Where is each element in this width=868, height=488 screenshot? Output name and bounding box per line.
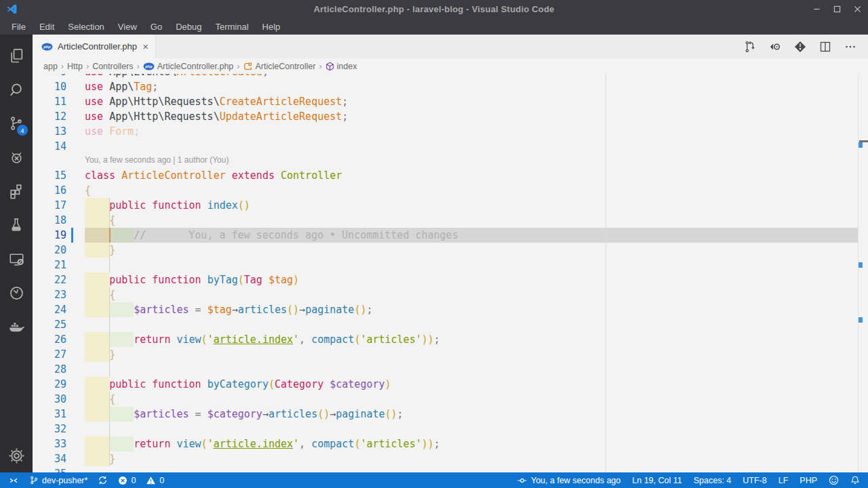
code-line-23[interactable]: 23 { [33,287,868,302]
line-content[interactable]: //You, a few seconds ago • Uncommitted c… [85,228,859,243]
line-content[interactable]: } [85,243,859,258]
line-content[interactable]: $articles = $tag→articles()→paginate(); [85,302,859,317]
codelens-label[interactable]: You, a few seconds ago | 1 author (You) [85,152,229,167]
line-content[interactable]: public function byCategory(Category $cat… [85,377,859,392]
code-line-9[interactable]: 9use App\Events\ArticleCreated; [33,74,868,79]
code-line-16[interactable]: 16{ [33,183,868,198]
code-line-32[interactable]: 32 [33,422,868,436]
menu-item-edit[interactable]: Edit [33,22,61,32]
remote-indicator[interactable] [8,476,19,485]
code-line-29[interactable]: 29 public function byCategory(Category $… [33,377,868,392]
breadcrumb-item-articlecontroller-php[interactable]: phpArticleController.php [143,62,234,71]
eol-status[interactable]: LF [778,476,789,485]
line-content[interactable] [85,139,859,154]
line-content[interactable]: { [85,213,859,228]
code-line-10[interactable]: 10use App\Tag; [33,79,868,94]
line-number[interactable]: 29 [33,377,85,392]
code-line-24[interactable]: 24 $articles = $tag→articles()→paginate(… [33,302,868,317]
code-line-27[interactable]: 27 } [33,347,868,362]
breadcrumb-item-app[interactable]: app [43,62,58,71]
line-number[interactable]: 33 [33,436,85,451]
explorer-activity-button[interactable] [0,39,33,73]
language-mode[interactable]: PHP [800,476,817,485]
line-number[interactable]: 18 [33,213,85,228]
feedback-smiley[interactable] [829,475,839,485]
line-content[interactable]: use App\Http\Requests\CreateArticleReque… [85,94,859,109]
notifications-bell[interactable] [850,475,860,485]
line-content[interactable]: { [85,392,859,407]
source-control-activity-button[interactable]: 4 [0,106,33,140]
line-content[interactable] [85,422,859,436]
test-flask-activity-button[interactable] [0,208,33,242]
minimize-button[interactable] [813,5,821,13]
problems-warnings[interactable]: 0 [146,476,164,485]
line-content[interactable]: use App\Http\Requests\UpdateArticleReque… [85,109,859,124]
code-line-20[interactable]: 20 } [33,243,868,258]
code-line-11[interactable]: 11use App\Http\Requests\CreateArticleReq… [33,94,868,109]
code-line-13[interactable]: 13use Form; [33,124,868,139]
code-line-31[interactable]: 31 $articles = $category→articles()→pagi… [33,407,868,422]
line-content[interactable]: return view('article.index', compact('ar… [85,436,859,451]
compare-changes-icon[interactable] [743,40,757,54]
tab-articlecontroller[interactable]: php ArticleController.php × [33,35,156,58]
maximize-button[interactable] [833,5,841,13]
search-activity-button[interactable] [0,73,33,106]
line-content[interactable]: use Form; [85,124,859,139]
line-number[interactable]: 16 [33,183,85,198]
line-number[interactable]: 35 [33,466,85,472]
line-number[interactable]: 19 [33,228,85,243]
breadcrumb-item-controllers[interactable]: Controllers [92,62,133,71]
menu-item-help[interactable]: Help [256,22,288,32]
docker-activity-button[interactable] [0,310,33,344]
extensions-activity-button[interactable] [0,174,33,208]
code-line-21[interactable]: 21 [33,258,868,272]
menu-item-selection[interactable]: Selection [61,22,111,32]
line-number[interactable]: 27 [33,347,85,362]
line-content[interactable]: public function index() [85,198,859,213]
code-line-35[interactable]: 35 [33,466,868,472]
line-content[interactable]: { [85,287,859,302]
code-line-30[interactable]: 30 { [33,392,868,407]
code-line-25[interactable]: 25 [33,317,868,332]
line-content[interactable]: return view('article.index', compact('ar… [85,332,859,347]
line-content[interactable]: use App\Tag; [85,79,859,94]
line-content[interactable] [85,466,859,472]
menu-item-file[interactable]: File [5,22,33,32]
code-line-33[interactable]: 33 return view('article.index', compact(… [33,436,868,451]
code-line-26[interactable]: 26 return view('article.index', compact(… [33,332,868,347]
menu-item-go[interactable]: Go [144,22,169,32]
line-content[interactable] [85,317,859,332]
tab-close-icon[interactable]: × [142,41,149,52]
code-line-22[interactable]: 22 public function byTag(Tag $tag) [33,272,868,287]
line-content[interactable]: public function byTag(Tag $tag) [85,272,859,287]
branch-status[interactable]: dev-pusher* [29,475,87,485]
gitlens-blame-status[interactable]: You, a few seconds ago [517,476,620,485]
line-number[interactable]: 15 [33,168,85,183]
line-content[interactable] [85,258,859,272]
line-number[interactable]: 14 [33,139,85,154]
debug-activity-button[interactable] [0,140,33,174]
code-line-18[interactable]: 18 { [33,213,868,228]
line-number[interactable]: 10 [33,79,85,94]
menu-item-terminal[interactable]: Terminal [208,22,255,32]
code-line-17[interactable]: 17 public function index() [33,198,868,213]
line-content[interactable]: } [85,347,859,362]
line-content[interactable]: } [85,451,859,466]
code-line-14[interactable]: 14 [33,139,868,154]
line-content[interactable]: use App\Events\ArticleCreated; [85,74,859,79]
line-number[interactable]: 17 [33,198,85,213]
line-number[interactable]: 28 [33,362,85,377]
line-number[interactable]: 22 [33,272,85,287]
toggle-blame-icon[interactable] [768,40,782,54]
line-number[interactable]: 12 [33,109,85,124]
code-line-34[interactable]: 34 } [33,451,868,466]
menu-item-debug[interactable]: Debug [169,22,208,32]
line-number[interactable]: 31 [33,407,85,422]
menu-item-view[interactable]: View [111,22,144,32]
code-editor[interactable]: 9use App\Events\ArticleCreated;10use App… [33,74,868,472]
line-number[interactable]: 30 [33,392,85,407]
line-content[interactable] [85,362,859,377]
code-line-12[interactable]: 12use App\Http\Requests\UpdateArticleReq… [33,109,868,124]
code-line-15[interactable]: 15class ArticleController extends Contro… [33,168,868,183]
line-number[interactable]: 25 [33,317,85,332]
